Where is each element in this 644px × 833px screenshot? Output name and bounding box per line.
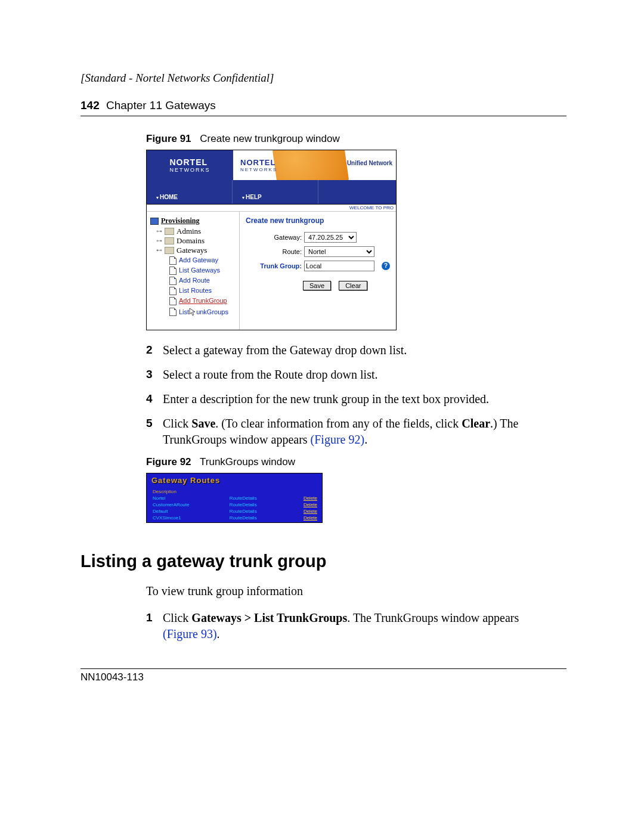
document-icon	[169, 287, 177, 295]
row-trunkgroup: Trunk Group: ?	[246, 261, 390, 271]
nav-list-gateways-link[interactable]: List Gateways	[179, 265, 220, 275]
brand-big-2: NORTEL	[240, 158, 277, 167]
unified-network-label: Unified Network	[347, 160, 392, 166]
figure-91-window: NORTEL NETWORKS NORTEL NETWORKS Unified …	[146, 150, 397, 330]
nav-root-label: Provisioning	[161, 216, 199, 225]
steps-list-b: 1 Click Gateways > List TrunkGroups. The…	[146, 610, 566, 642]
bold-clear: Clear	[462, 417, 490, 430]
delete-link[interactable]: Delete	[284, 508, 322, 515]
page-number: 142	[80, 99, 100, 112]
text: . The TrunkGroups window appears	[347, 611, 519, 624]
gateway-label: Gateway:	[246, 234, 302, 241]
nav-add-gateway[interactable]: Add Gateway	[169, 255, 237, 265]
save-button[interactable]: Save	[303, 281, 331, 290]
cell[interactable]: CustomerARoute	[147, 501, 227, 508]
cursor-icon	[189, 308, 196, 316]
document-icon	[169, 308, 177, 316]
cell	[284, 488, 322, 495]
nav-gateways-label: Gateways	[177, 246, 207, 255]
clear-button[interactable]: Clear	[339, 281, 367, 290]
nav-list-gateways[interactable]: List Gateways	[169, 265, 237, 275]
cell[interactable]: RouteDetails	[227, 501, 284, 508]
step-body: Click Gateways > List TrunkGroups. The T…	[163, 610, 566, 642]
table-row: Nortel RouteDetails Delete	[147, 495, 322, 501]
delete-link[interactable]: Delete	[284, 495, 322, 501]
cell: Description	[147, 488, 227, 495]
document-icon	[169, 267, 177, 275]
text: .	[364, 433, 367, 446]
step-body: Enter a description for the new trunk gr…	[163, 391, 566, 407]
menu-home-label: HOME	[160, 194, 178, 200]
nav-list-trunkgroups[interactable]: ListunkGroups	[169, 306, 237, 317]
key-expanded-icon: ⊷	[156, 246, 162, 255]
menubar: ▾ HOME ▾ HELP	[147, 180, 396, 204]
delete-link[interactable]: Delete	[284, 501, 322, 508]
page: [Standard - Nortel Networks Confidential…	[0, 0, 644, 833]
step-number: 4	[146, 391, 163, 407]
nav-domains[interactable]: ⊶ Domains	[156, 236, 237, 246]
nav-gateways[interactable]: ⊷ Gateways	[156, 246, 237, 255]
nav-root[interactable]: Provisioning	[150, 216, 237, 225]
gateway-select[interactable]: 47.20.25.25	[304, 232, 357, 243]
step-1: 1 Click Gateways > List TrunkGroups. The…	[146, 610, 566, 642]
figure-93-ref[interactable]: (Figure 93)	[163, 627, 217, 640]
table-row: CustomerARoute RouteDetails Delete	[147, 501, 322, 508]
menu-home[interactable]: ▾ HOME	[147, 180, 233, 204]
button-row: Save Clear	[303, 281, 390, 290]
cell[interactable]: RouteDetails	[227, 508, 284, 515]
nav-list-routes-link[interactable]: List Routes	[179, 286, 212, 296]
delete-link[interactable]: Delete	[284, 515, 322, 521]
step-body: Select a gateway from the Gateway drop d…	[163, 342, 566, 358]
route-select[interactable]: Nortel	[304, 246, 374, 257]
row-route: Route: Nortel	[246, 246, 390, 257]
folder-icon	[165, 228, 174, 235]
table-row: CVXSimcoe1 RouteDetails Delete	[147, 515, 322, 521]
page-header: 142 Chapter 11 Gateways	[80, 99, 566, 116]
figure-92-ref[interactable]: (Figure 92)	[311, 433, 365, 446]
document-icon	[169, 277, 177, 285]
section-intro: To view trunk group information	[146, 584, 566, 598]
menu-marker-icon: ▾	[151, 194, 160, 200]
menu-marker-icon: ▾	[237, 194, 246, 200]
brand-small: NETWORKS	[169, 167, 210, 173]
nav-list-routes[interactable]: List Routes	[169, 286, 237, 296]
nav-list-trunkgroups-link[interactable]: ListunkGroups	[179, 306, 228, 317]
brand-small-2: NETWORKS	[240, 167, 277, 172]
table-row: Description	[147, 488, 322, 495]
doc-id: NN10043-113	[80, 671, 144, 683]
welcome-bar: WELCOME TO PRO	[147, 204, 396, 212]
steps-list-a: 2 Select a gateway from the Gateway drop…	[146, 342, 566, 448]
nav-add-trunkgroup[interactable]: Add TrunkGroup	[169, 296, 237, 306]
step-number: 5	[146, 416, 163, 448]
window-header: NORTEL NETWORKS NORTEL NETWORKS Unified …	[147, 150, 396, 204]
text: .	[217, 627, 220, 640]
folder-icon	[150, 218, 159, 225]
gateway-routes-title: Gateway Routes	[147, 473, 322, 488]
cell[interactable]: RouteDetails	[227, 495, 284, 501]
document-icon	[169, 297, 177, 305]
nav-add-route[interactable]: Add Route	[169, 275, 237, 286]
nav-add-route-link[interactable]: Add Route	[179, 275, 210, 286]
banner-right: NORTEL NETWORKS Unified Network	[233, 150, 396, 180]
cell[interactable]: Nortel	[147, 495, 227, 501]
cell[interactable]: CVXSimcoe1	[147, 515, 227, 521]
cell[interactable]: Default	[147, 508, 227, 515]
step-number: 2	[146, 342, 163, 358]
trunkgroup-label: Trunk Group:	[246, 262, 302, 270]
logo-left: NORTEL NETWORKS	[147, 150, 233, 180]
banner-graphic	[273, 150, 349, 180]
trunkgroup-input[interactable]	[304, 261, 374, 271]
nav-add-trunkgroup-link[interactable]: Add TrunkGroup	[179, 296, 227, 306]
cell[interactable]: RouteDetails	[227, 515, 284, 521]
step-3: 3 Select a route from the Route drop dow…	[146, 367, 566, 383]
form-title: Create new trunkgroup	[246, 216, 390, 225]
figure-92-title: TrunkGroups window	[200, 456, 295, 467]
nav-tree: Provisioning ⊶ Admins ⊶ Domains ⊷ Gatewa…	[147, 212, 240, 330]
nav-admins[interactable]: ⊶ Admins	[156, 227, 237, 236]
menu-help[interactable]: ▾ HELP	[233, 180, 318, 204]
footer: NN10043-113	[80, 668, 566, 683]
figure-92-number: Figure 92	[146, 456, 191, 467]
nav-add-gateway-link[interactable]: Add Gateway	[179, 255, 218, 265]
help-icon[interactable]: ?	[382, 262, 390, 270]
row-gateway: Gateway: 47.20.25.25	[246, 232, 390, 243]
